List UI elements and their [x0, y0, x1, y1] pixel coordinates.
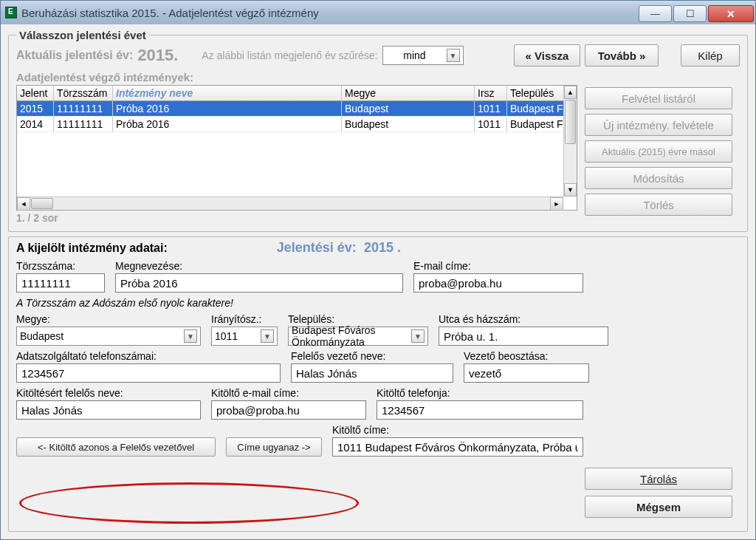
torzs-hint: A Törzsszám az Adószám első nyolc karakt…: [16, 297, 740, 309]
same-address-button[interactable]: Címe ugyanaz ->: [226, 437, 322, 457]
telepules-dropdown[interactable]: Budapest Főváros Önkormányzata ▼: [288, 327, 428, 346]
form-header: A kijelölt intézmény adatai:: [16, 242, 168, 255]
kcim-input[interactable]: [332, 437, 583, 457]
kemail-input[interactable]: [211, 400, 366, 420]
col-intezmeny[interactable]: Intézmény neve: [113, 86, 342, 101]
vezeto-label: Felelős vezető neve:: [291, 350, 453, 362]
col-torzs[interactable]: Törzsszám: [54, 86, 113, 101]
report-year-label: Jelentési év: 2015 .: [277, 240, 401, 256]
institution-form: A kijelölt intézmény adatai: Jelentési é…: [8, 236, 748, 532]
megye-label: Megye:: [16, 313, 201, 325]
vezeto-input[interactable]: [291, 363, 453, 383]
delete-button[interactable]: Törlés: [585, 194, 732, 216]
ktel-label: Kitöltő telefonja:: [377, 387, 583, 399]
filter-label: Az alábbi listán megjelenő év szűrése:: [202, 49, 377, 61]
titlebar: Beruházási statisztika 2015. - Adatjelen…: [1, 1, 755, 24]
email-label: E-mail címe:: [413, 260, 583, 272]
year-select-legend: Válasszon jelentési évet: [16, 29, 149, 41]
minimize-button[interactable]: —: [639, 5, 672, 22]
client-area: Válasszon jelentési évet Aktuális jelent…: [1, 24, 755, 539]
scroll-down-icon[interactable]: ▼: [564, 183, 577, 196]
kemail-label: Kitöltő e-mail címe:: [211, 387, 366, 399]
modify-button[interactable]: Módosítás: [585, 167, 732, 189]
close-button[interactable]: ✕: [708, 5, 754, 22]
col-jelent[interactable]: Jelent: [17, 86, 54, 101]
back-button[interactable]: « Vissza: [514, 44, 580, 66]
torzs-label: Törzsszáma:: [16, 260, 105, 272]
utca-label: Utca és házszám:: [439, 313, 608, 325]
year-select-group: Válasszon jelentési évet Aktuális jelent…: [8, 29, 748, 232]
irsz-label: Irányítósz.:: [211, 313, 278, 325]
kcim-label: Kitöltő címe:: [332, 424, 583, 436]
app-window: Beruházási statisztika 2015. - Adatjelen…: [0, 0, 756, 540]
table-row[interactable]: 2015 11111111 Próba 2016 Budapest 1011 B…: [17, 101, 577, 117]
scroll-thumb[interactable]: [31, 198, 53, 209]
scroll-up-icon[interactable]: ▲: [564, 86, 577, 99]
current-year-value: 2015.: [137, 46, 178, 65]
col-megye[interactable]: Megye: [342, 86, 475, 101]
ktel-input[interactable]: [377, 400, 583, 420]
megnev-label: Megnevezése:: [115, 260, 403, 272]
email-input[interactable]: [413, 273, 583, 293]
year-filter-value: mind: [386, 49, 444, 61]
grid-hscrollbar[interactable]: ◄ ►: [17, 196, 563, 210]
kitolt-label: Kitöltésért felelős neve:: [16, 387, 201, 399]
year-filter-dropdown[interactable]: mind ▼: [382, 46, 464, 65]
close-icon: ✕: [726, 8, 735, 20]
grid-header: Jelent Törzsszám Intézmény neve Megye Ir…: [17, 86, 577, 101]
copy-to-year-button[interactable]: Aktuális (2015) évre másol: [585, 140, 732, 163]
row-count: 1. / 2 sor: [16, 212, 577, 224]
scroll-thumb[interactable]: [565, 100, 576, 144]
torzs-input[interactable]: [16, 273, 105, 293]
maximize-button[interactable]: ☐: [673, 5, 707, 22]
grid-label: Adatjelentést végző intézmények:: [16, 71, 577, 83]
same-as-leader-button[interactable]: <- Kitöltő azonos a Felelős vezetővel: [16, 437, 216, 457]
chevron-down-icon: ▼: [261, 329, 274, 343]
window-title: Beruházási statisztika 2015. - Adatjelen…: [21, 7, 319, 19]
tel-label: Adatszolgáltató telefonszámai:: [16, 350, 281, 362]
maximize-icon: ☐: [686, 8, 695, 19]
chevron-down-icon: ▼: [411, 329, 425, 343]
table-row[interactable]: 2014 11111111 Próba 2016 Budapest 1011 B…: [17, 117, 577, 132]
irsz-dropdown[interactable]: 1011 ▼: [211, 327, 278, 346]
telepules-label: Település:: [288, 313, 428, 325]
add-from-list-button[interactable]: Felvétel listáról: [585, 87, 732, 109]
beoszt-label: Vezető beosztása:: [464, 350, 589, 362]
megnev-input[interactable]: [115, 273, 403, 293]
scroll-right-icon[interactable]: ►: [550, 197, 563, 211]
scroll-left-icon[interactable]: ◄: [17, 197, 30, 211]
app-icon: [5, 7, 17, 18]
chevron-down-icon: ▼: [447, 49, 460, 62]
tel-input[interactable]: [16, 363, 281, 383]
institutions-grid[interactable]: Jelent Törzsszám Intézmény neve Megye Ir…: [16, 85, 577, 211]
utca-input[interactable]: [439, 327, 608, 346]
chevron-down-icon: ▼: [184, 329, 197, 343]
kitolt-input[interactable]: [16, 400, 201, 420]
col-irsz[interactable]: Irsz: [475, 86, 507, 101]
next-button[interactable]: Tovább »: [585, 44, 659, 66]
grid-vscrollbar[interactable]: ▲ ▼: [563, 86, 577, 196]
megye-dropdown[interactable]: Budapest ▼: [16, 327, 201, 346]
save-button[interactable]: Tárolás: [585, 468, 732, 490]
current-year-label: Aktuális jelentési év:: [16, 49, 133, 62]
exit-button[interactable]: Kilép: [681, 44, 740, 66]
new-institution-button[interactable]: Új intézmény. felvétele: [585, 114, 732, 136]
annotation-circle: [19, 482, 359, 524]
beoszt-input[interactable]: [464, 363, 589, 383]
cancel-button[interactable]: Mégsem: [585, 496, 732, 518]
minimize-icon: —: [650, 8, 660, 19]
